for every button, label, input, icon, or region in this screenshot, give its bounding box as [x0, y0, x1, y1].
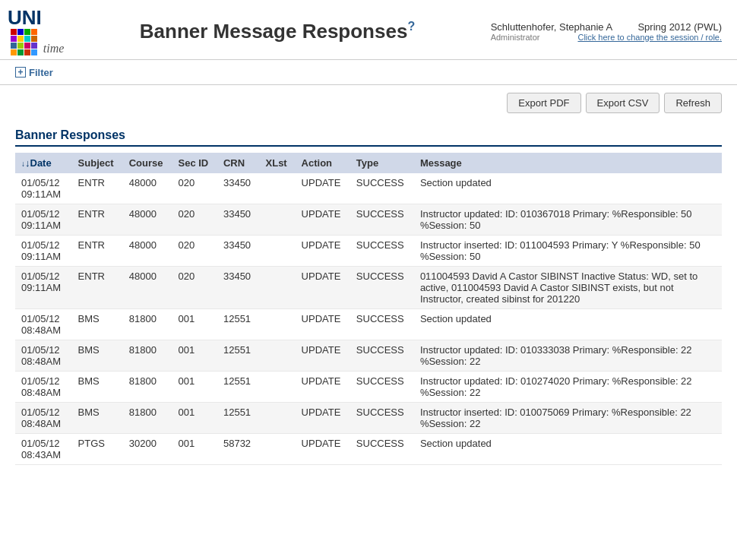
table-cell: 12551 [217, 402, 260, 433]
table-cell: ENTR [72, 266, 123, 308]
table-cell: 81800 [123, 402, 172, 433]
table-cell [260, 433, 296, 464]
col-date[interactable]: ↓↓Date [15, 153, 72, 173]
table-cell: Instructor updated: ID: 010333038 Primar… [414, 340, 722, 371]
refresh-button[interactable]: Refresh [664, 93, 722, 113]
table-cell: 020 [172, 235, 217, 266]
table-header: ↓↓Date Subject Course Sec ID CRN XLst Ac… [15, 153, 722, 173]
filter-plus-icon: + [15, 67, 26, 78]
table-cell: 33450 [217, 266, 260, 308]
table-cell: 48000 [123, 173, 172, 204]
table-row: 01/05/1209:11AMENTR4800002033450UPDATESU… [15, 204, 722, 235]
table-cell: 001 [172, 371, 217, 402]
col-action: Action [296, 153, 350, 173]
col-xlst: XLst [260, 153, 296, 173]
table-cell: BMS [72, 308, 123, 340]
table-row: 01/05/1208:48AMBMS8180000112551UPDATESUC… [15, 340, 722, 371]
table-cell: Section updated [414, 433, 722, 464]
col-sec-id: Sec ID [172, 153, 217, 173]
table-cell: Instructor inserted: ID: 011004593 Prima… [414, 235, 722, 266]
col-course: Course [123, 153, 172, 173]
page-header: UNI time Banner Message Responses? Schlu… [0, 0, 737, 60]
table-cell: 81800 [123, 340, 172, 371]
session-meta-row: Administrator Click here to change the s… [491, 33, 722, 42]
table-cell: Section updated [414, 173, 722, 204]
table-cell: SUCCESS [350, 266, 414, 308]
table-cell: UPDATE [296, 173, 350, 204]
table-row: 01/05/1208:48AMBMS8180000112551UPDATESUC… [15, 402, 722, 433]
change-session-link[interactable]: Click here to change the session / role. [577, 33, 722, 42]
table-cell: 01/05/1208:43AM [15, 433, 72, 464]
session-area: Schluttenhofer, Stephanie A Spring 2012 … [491, 21, 722, 42]
table-cell: 30200 [123, 433, 172, 464]
table-cell [260, 204, 296, 235]
export-csv-button[interactable]: Export CSV [586, 93, 660, 113]
table-cell: UPDATE [296, 308, 350, 340]
title-area: Banner Message Responses? [64, 20, 490, 43]
table-cell: 48000 [123, 266, 172, 308]
table-cell: ENTR [72, 204, 123, 235]
table-cell: 33450 [217, 204, 260, 235]
table-row: 01/05/1209:11AMENTR4800002033450UPDATESU… [15, 235, 722, 266]
col-type: Type [350, 153, 414, 173]
table-cell: 01/05/1208:48AM [15, 340, 72, 371]
user-role: Administrator [491, 33, 540, 42]
table-cell: SUCCESS [350, 433, 414, 464]
table-cell: 33450 [217, 235, 260, 266]
table-cell: SUCCESS [350, 308, 414, 340]
table-cell: 001 [172, 308, 217, 340]
filter-bar: + Filter [0, 60, 737, 85]
table-cell: 12551 [217, 308, 260, 340]
table-cell: 01/05/1208:48AM [15, 371, 72, 402]
table-cell: 01/05/1208:48AM [15, 308, 72, 340]
table-cell: UPDATE [296, 266, 350, 308]
col-crn: CRN [217, 153, 260, 173]
session-user-row: Schluttenhofer, Stephanie A Spring 2012 … [491, 21, 722, 33]
filter-toggle[interactable]: + Filter [15, 67, 53, 78]
table-row: 01/05/1208:48AMBMS8180000112551UPDATESUC… [15, 308, 722, 340]
page-title: Banner Message Responses? [64, 20, 490, 43]
table-cell [260, 402, 296, 433]
table-row: 01/05/1209:11AMENTR4800002033450UPDATESU… [15, 266, 722, 308]
table-cell [260, 308, 296, 340]
table-cell: 020 [172, 204, 217, 235]
logo-uni: UNI [8, 8, 42, 27]
help-icon[interactable]: ? [407, 20, 415, 33]
table-cell: 011004593 David A Castor SIBINST Inactiv… [414, 266, 722, 308]
table-cell: 33450 [217, 173, 260, 204]
banner-responses-table: ↓↓Date Subject Course Sec ID CRN XLst Ac… [15, 153, 722, 465]
table-cell: 01/05/1209:11AM [15, 173, 72, 204]
col-message: Message [414, 153, 722, 173]
export-pdf-button[interactable]: Export PDF [507, 93, 580, 113]
table-cell: 48000 [123, 204, 172, 235]
toolbar: Export PDF Export CSV Refresh [0, 85, 737, 121]
table-header-row: ↓↓Date Subject Course Sec ID CRN XLst Ac… [15, 153, 722, 173]
session-term: Spring 2012 (PWL) [637, 21, 722, 33]
table-cell: UPDATE [296, 340, 350, 371]
table-row: 01/05/1208:43AMPTGS3020000158732UPDATESU… [15, 433, 722, 464]
user-name: Schluttenhofer, Stephanie A [491, 21, 612, 33]
logo-color-grid [11, 29, 37, 55]
table-cell: UPDATE [296, 235, 350, 266]
table-cell [260, 371, 296, 402]
table-cell: 58732 [217, 433, 260, 464]
table-cell: Instructor updated: ID: 010274020 Primar… [414, 371, 722, 402]
section-title: Banner Responses [15, 128, 722, 147]
table-cell: Instructor inserted: ID: 010075069 Prima… [414, 402, 722, 433]
table-cell: BMS [72, 402, 123, 433]
table-cell: SUCCESS [350, 204, 414, 235]
table-cell: UPDATE [296, 433, 350, 464]
logo-time: time [43, 42, 65, 55]
table-cell [260, 266, 296, 308]
table-row: 01/05/1209:11AMENTR4800002033450UPDATESU… [15, 173, 722, 204]
table-cell: UPDATE [296, 402, 350, 433]
table-cell: ENTR [72, 235, 123, 266]
table-cell [260, 173, 296, 204]
table-cell: SUCCESS [350, 235, 414, 266]
table-cell: Instructor updated: ID: 010367018 Primar… [414, 204, 722, 235]
col-subject: Subject [72, 153, 123, 173]
table-cell: 001 [172, 340, 217, 371]
table-row: 01/05/1208:48AMBMS8180000112551UPDATESUC… [15, 371, 722, 402]
table-cell: BMS [72, 340, 123, 371]
table-cell: PTGS [72, 433, 123, 464]
